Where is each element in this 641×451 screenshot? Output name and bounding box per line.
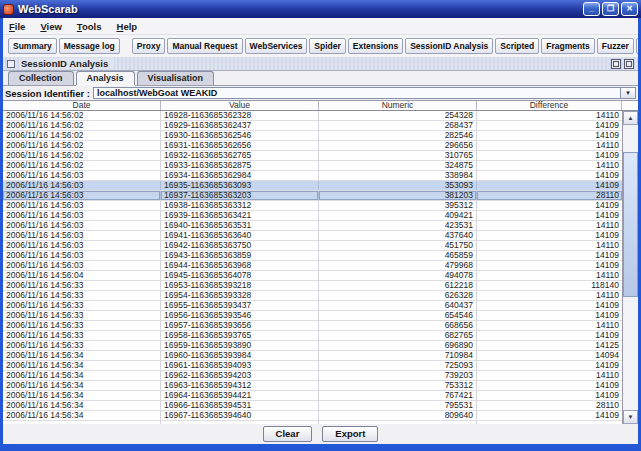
table-row[interactable]: 2006/11/16 14:56:02 16931-1163685362656 … — [3, 141, 622, 151]
toolbar-button-webservices[interactable]: WebServices — [245, 38, 308, 54]
table-row[interactable]: 2006/11/16 14:56:34 16963-1163685394312 … — [3, 381, 622, 391]
cell-numeric[interactable]: 395312 — [319, 201, 477, 210]
cell-date[interactable]: 2006/11/16 14:56:02 — [3, 141, 161, 150]
cell-numeric[interactable]: 809640 — [319, 411, 477, 420]
cell-value[interactable]: 16953-1163685393218 — [161, 281, 319, 290]
cell-difference[interactable]: 14109 — [477, 211, 622, 220]
cell-value[interactable]: 16958-1163685393765 — [161, 331, 319, 340]
cell-difference[interactable]: 14109 — [477, 121, 622, 130]
table-row[interactable]: 2006/11/16 14:56:33 16956-1163685393546 … — [3, 311, 622, 321]
cell-value[interactable]: 16933-1163685362875 — [161, 161, 319, 170]
cell-date[interactable]: 2006/11/16 14:56:33 — [3, 321, 161, 330]
cell-difference[interactable]: 14110 — [477, 321, 622, 330]
cell-value[interactable]: 16938-1163685363312 — [161, 201, 319, 210]
toolbar-button-manual-request[interactable]: Manual Request — [167, 38, 242, 54]
cell-value[interactable]: 16964-1163685394421 — [161, 391, 319, 400]
cell-numeric[interactable]: 451750 — [319, 241, 477, 250]
cell-numeric[interactable]: 338984 — [319, 171, 477, 180]
cell-date[interactable]: 2006/11/16 14:56:03 — [3, 201, 161, 210]
cell-numeric[interactable]: 725093 — [319, 361, 477, 370]
cell-difference[interactable]: 14109 — [477, 251, 622, 260]
cell-difference[interactable]: 14110 — [477, 161, 622, 170]
clear-button[interactable]: Clear — [263, 426, 313, 442]
cell-numeric[interactable]: 381203 — [319, 191, 477, 200]
cell-numeric[interactable]: 626328 — [319, 291, 477, 300]
cell-numeric[interactable]: 696890 — [319, 341, 477, 350]
table-row[interactable]: 2006/11/16 14:56:02 16933-1163685362875 … — [3, 161, 622, 171]
cell-numeric[interactable]: 753312 — [319, 381, 477, 390]
cell-date[interactable]: 2006/11/16 14:56:03 — [3, 261, 161, 270]
cell-date[interactable]: 2006/11/16 14:56:34 — [3, 411, 161, 420]
toolbar-button-fragments[interactable]: Fragments — [541, 38, 594, 54]
table-row[interactable]: 2006/11/16 14:56:33 16954-1163685393328 … — [3, 291, 622, 301]
scroll-down-icon[interactable]: ▼ — [623, 410, 638, 424]
tab-analysis[interactable]: Analysis — [76, 71, 135, 85]
cell-difference[interactable]: 14109 — [477, 331, 622, 340]
cell-difference[interactable]: 14109 — [477, 151, 622, 160]
cell-value[interactable]: 16959-1163685393890 — [161, 341, 319, 350]
cell-value[interactable]: 16966-1163685394531 — [161, 401, 319, 410]
cell-difference[interactable]: 14109 — [477, 391, 622, 400]
cell-date[interactable]: 2006/11/16 14:56:34 — [3, 351, 161, 360]
cell-numeric[interactable]: 682765 — [319, 331, 477, 340]
cell-difference[interactable]: 14109 — [477, 201, 622, 210]
cell-numeric[interactable]: 282546 — [319, 131, 477, 140]
scroll-up-icon[interactable]: ▲ — [623, 111, 638, 125]
cell-numeric[interactable]: 310765 — [319, 151, 477, 160]
cell-difference[interactable]: 118140 — [477, 281, 622, 290]
cell-date[interactable]: 2006/11/16 14:56:03 — [3, 171, 161, 180]
cell-date[interactable]: 2006/11/16 14:56:02 — [3, 161, 161, 170]
cell-numeric[interactable]: 739203 — [319, 371, 477, 380]
cell-numeric[interactable]: 268437 — [319, 121, 477, 130]
toolbar-button-spider[interactable]: Spider — [309, 38, 345, 54]
cell-numeric[interactable]: 494078 — [319, 271, 477, 280]
cell-date[interactable]: 2006/11/16 14:56:04 — [3, 271, 161, 280]
cell-value[interactable]: 16963-1163685394312 — [161, 381, 319, 390]
cell-date[interactable]: 2006/11/16 14:56:03 — [3, 241, 161, 250]
cell-difference[interactable]: 14109 — [477, 411, 622, 420]
table-row[interactable]: 2006/11/16 14:56:03 16935-1163685363093 … — [3, 181, 622, 191]
cell-value[interactable]: 16934-1163685362984 — [161, 171, 319, 180]
table-row[interactable]: 2006/11/16 14:56:03 16942-1163685363750 … — [3, 241, 622, 251]
toolbar-button-scripted[interactable]: Scripted — [495, 38, 539, 54]
cell-value[interactable]: 16942-1163685363750 — [161, 241, 319, 250]
combo-dropdown-icon[interactable]: ▼ — [620, 88, 635, 98]
column-header-difference[interactable]: Difference — [477, 101, 622, 110]
table-row[interactable]: 2006/11/16 14:56:03 16944-1163685363968 … — [3, 261, 622, 271]
cell-numeric[interactable]: 710984 — [319, 351, 477, 360]
cell-date[interactable]: 2006/11/16 14:56:33 — [3, 291, 161, 300]
cell-numeric[interactable]: 296656 — [319, 141, 477, 150]
cell-date[interactable]: 2006/11/16 14:56:34 — [3, 391, 161, 400]
cell-date[interactable]: 2006/11/16 14:56:03 — [3, 221, 161, 230]
cell-value[interactable]: 16967-1163685394640 — [161, 411, 319, 420]
cell-date[interactable]: 2006/11/16 14:56:33 — [3, 311, 161, 320]
window-button-close[interactable]: ✕ — [621, 2, 638, 16]
cell-numeric[interactable]: 654546 — [319, 311, 477, 320]
table-row[interactable]: 2006/11/16 14:56:04 16945-1163685364078 … — [3, 271, 622, 281]
cell-value[interactable]: 16962-1163685394203 — [161, 371, 319, 380]
cell-numeric[interactable]: 437640 — [319, 231, 477, 240]
menu-item-tools[interactable]: Tools — [77, 21, 102, 32]
table-row[interactable]: 2006/11/16 14:56:03 16937-1163685363203 … — [3, 191, 622, 201]
scrollbar-thumb[interactable] — [623, 152, 638, 297]
cell-difference[interactable]: 14110 — [477, 221, 622, 230]
cell-difference[interactable]: 14110 — [477, 291, 622, 300]
cell-difference[interactable]: 14110 — [477, 111, 622, 120]
cell-difference[interactable]: 14109 — [477, 311, 622, 320]
cell-date[interactable]: 2006/11/16 14:56:34 — [3, 401, 161, 410]
cell-numeric[interactable]: 668656 — [319, 321, 477, 330]
cell-difference[interactable]: 14109 — [477, 381, 622, 390]
cell-numeric[interactable]: 612218 — [319, 281, 477, 290]
iconify-button[interactable] — [611, 59, 621, 69]
cell-date[interactable]: 2006/11/16 14:56:34 — [3, 381, 161, 390]
cell-value[interactable]: 16945-1163685364078 — [161, 271, 319, 280]
cell-date[interactable]: 2006/11/16 14:56:02 — [3, 111, 161, 120]
table-row[interactable]: 2006/11/16 14:56:02 16929-1163685362437 … — [3, 121, 622, 131]
toolbar-button-fuzzer[interactable]: Fuzzer — [597, 38, 634, 54]
cell-numeric[interactable]: 767421 — [319, 391, 477, 400]
table-row[interactable]: 2006/11/16 14:56:34 16961-1163685394093 … — [3, 361, 622, 371]
table-row[interactable]: 2006/11/16 14:56:33 16958-1163685393765 … — [3, 331, 622, 341]
cell-value[interactable]: 16928-1163685362328 — [161, 111, 319, 120]
cell-date[interactable]: 2006/11/16 14:56:33 — [3, 301, 161, 310]
table-row[interactable]: 2006/11/16 14:56:33 16959-1163685393890 … — [3, 341, 622, 351]
